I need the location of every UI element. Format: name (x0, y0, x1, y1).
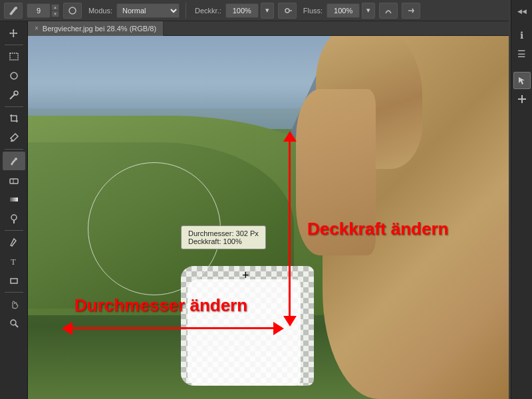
main-toolbar: ▲▼ Modus: Normal Aufhellen Abdunkeln Mul… (0, 0, 509, 21)
cursor-tool-right[interactable] (513, 72, 531, 89)
svg-point-5 (11, 72, 17, 79)
tool-zoom[interactable] (3, 314, 25, 332)
image-tab[interactable]: × Bergviecher.jpg bei 28.4% (RGB/8) (28, 21, 164, 36)
svg-point-7 (14, 91, 18, 95)
svg-rect-4 (10, 53, 18, 60)
tablet-pressure-icon[interactable] (379, 3, 398, 19)
tool-marquee-rect[interactable] (3, 47, 25, 66)
tool-dodge[interactable] (3, 209, 25, 228)
svg-line-18 (15, 325, 18, 327)
flow-label: Fluss: (303, 7, 323, 15)
brush-size-spinner[interactable]: ▲▼ (51, 4, 59, 17)
tablet-angle-icon[interactable] (402, 3, 420, 19)
right-panel: ◀◀ ℹ ☰ (511, 0, 532, 399)
tool-separator-2 (5, 106, 23, 107)
modus-select[interactable]: Normal Aufhellen Abdunkeln Multipliziere… (116, 3, 180, 18)
info-btn[interactable]: ℹ (513, 27, 531, 44)
tool-separator-1 (5, 45, 23, 45)
tool-eyedropper[interactable] (3, 128, 25, 147)
brush-tool-icon[interactable] (4, 3, 23, 19)
tab-filename: Bergviecher.jpg bei 28.4% (RGB/8) (43, 25, 156, 33)
tab-close-icon[interactable]: × (35, 25, 39, 32)
svg-rect-12 (10, 198, 18, 201)
image-canvas[interactable]: + Durchmesser: 302 Px Deckkraft: 100% Du… (28, 36, 509, 399)
tool-eraser[interactable] (3, 171, 25, 190)
brush-size-input[interactable] (27, 3, 51, 18)
tool-hand[interactable] (3, 295, 25, 313)
flow-field: ▾ (327, 3, 375, 19)
collapse-btn[interactable]: ◀◀ (513, 3, 531, 20)
tool-shape[interactable] (3, 271, 25, 290)
tool-magic-wand[interactable] (3, 86, 25, 104)
left-tools-panel: T (0, 21, 28, 399)
panels-btn[interactable]: ☰ (513, 45, 531, 63)
tab-bar: × Bergviecher.jpg bei 28.4% (RGB/8) (28, 21, 509, 36)
tool-separator-4 (5, 230, 23, 231)
svg-point-1 (69, 7, 76, 14)
opacity-label: Deckkr.: (195, 7, 221, 15)
tool-pen[interactable] (3, 233, 25, 251)
svg-point-9 (15, 158, 17, 160)
airbrush-icon[interactable] (278, 3, 297, 19)
tool-gradient[interactable] (3, 190, 25, 209)
opacity-field: ▾ (225, 3, 274, 19)
llama-neck (296, 89, 376, 255)
svg-rect-10 (10, 179, 18, 184)
opacity-arrow[interactable]: ▾ (261, 3, 274, 19)
erased-area (188, 279, 301, 386)
tool-separator-3 (5, 149, 23, 150)
svg-point-2 (285, 9, 289, 13)
opacity-input[interactable] (225, 3, 259, 18)
svg-text:T: T (11, 257, 16, 267)
tool-lasso[interactable] (3, 66, 25, 85)
tool-move[interactable] (3, 24, 25, 43)
brush-size-field[interactable]: ▲▼ (27, 3, 59, 18)
brush-shape-icon[interactable] (63, 3, 82, 19)
resize-tool-right[interactable] (513, 90, 531, 108)
separator-1 (186, 3, 186, 19)
svg-point-17 (11, 320, 16, 325)
svg-rect-16 (11, 279, 17, 283)
tool-text[interactable]: T (3, 252, 25, 271)
svg-point-0 (15, 7, 17, 9)
tool-separator-5 (5, 292, 23, 293)
flow-arrow[interactable]: ▾ (362, 3, 375, 19)
tool-brush[interactable] (3, 152, 25, 170)
svg-point-13 (11, 215, 17, 220)
flow-input[interactable] (327, 3, 360, 18)
tool-crop[interactable] (3, 109, 25, 128)
modus-label: Modus: (88, 7, 112, 15)
